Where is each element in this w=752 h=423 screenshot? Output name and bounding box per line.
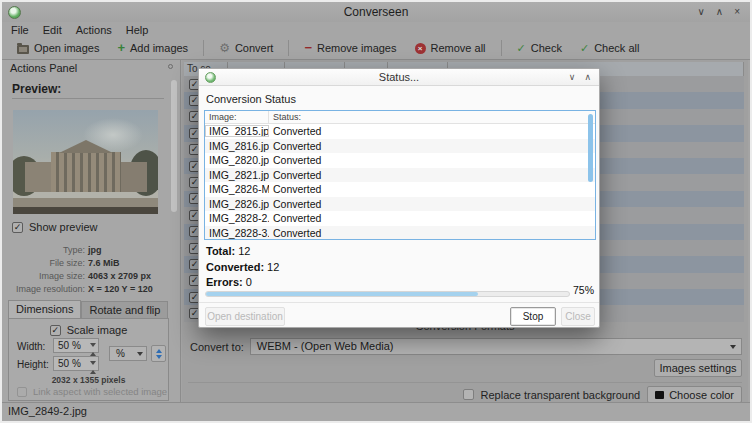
dialog-title: Status... <box>199 71 599 83</box>
dialog-table-scrollbar[interactable] <box>588 114 593 236</box>
remove-images-button[interactable]: − Remove images <box>297 40 403 56</box>
menu-actions[interactable]: Actions <box>76 24 112 36</box>
panel-scrollbar[interactable] <box>171 80 177 380</box>
scale-image-checkbox[interactable]: ✓ Scale image <box>9 324 168 336</box>
status-table-row[interactable]: IMG_2828-3.jpg Converted <box>205 226 595 241</box>
progress-percent: 75% <box>573 284 594 296</box>
conversion-status-table: Image: Status: IMG_2815.jpg Converted IM… <box>204 110 596 240</box>
remove-minus-icon: − <box>304 42 312 54</box>
images-settings-button[interactable]: Images settings <box>654 359 742 377</box>
status-cell: Converted <box>269 125 321 137</box>
height-value: 50 % <box>58 358 81 369</box>
status-table-row[interactable]: IMG_2815.jpg Converted <box>205 124 595 139</box>
check-button[interactable]: ✓ Check <box>510 40 569 56</box>
file-info: Type:jpg File size:7.6 MiB Image size:40… <box>2 244 170 296</box>
info-label: Image resolution: <box>2 283 88 296</box>
maximize-icon[interactable]: ∧ <box>716 2 723 22</box>
height-spinner[interactable]: 50 % <box>53 356 99 371</box>
dialog-maximize-icon[interactable]: ∧ <box>584 69 591 86</box>
swap-dimensions-button[interactable] <box>151 345 166 362</box>
panel-float-icon[interactable] <box>168 64 173 69</box>
status-table-row[interactable]: IMG_2820.jpg Converted <box>205 153 595 168</box>
close-button[interactable]: Close <box>561 307 595 326</box>
status-column-header[interactable]: Status: <box>269 111 301 123</box>
checkbox-checked-icon: ✓ <box>12 222 23 233</box>
status-table-header: Image: Status: <box>205 111 595 124</box>
dialog-minimize-icon[interactable]: ∨ <box>569 69 576 86</box>
add-images-button[interactable]: + Add images <box>110 40 195 56</box>
replace-background-checkbox[interactable] <box>463 389 474 400</box>
check-all-icon: ✓ <box>580 42 589 54</box>
image-column-header[interactable]: Image: <box>205 111 269 123</box>
status-cell: Converted <box>269 169 321 181</box>
status-table-row[interactable]: IMG_2816.jpg Converted <box>205 139 595 154</box>
unit-select[interactable]: % <box>109 346 147 361</box>
image-cell: IMG_2828-2.jpg <box>205 212 269 224</box>
remove-all-button[interactable]: × Remove all <box>408 40 493 56</box>
panel-tabs: Dimensions Rotate and flip <box>8 300 168 319</box>
image-cell: IMG_2826.jpg <box>205 198 269 210</box>
open-images-button[interactable]: Open images <box>10 40 106 56</box>
scaled-pixels-note: 2032 x 1355 pixels <box>9 375 168 385</box>
format-select[interactable]: WEBM - (Open Web Media) <box>250 338 742 355</box>
status-cell: Converted <box>269 227 321 239</box>
status-table-row[interactable]: IMG_2821.jpg Converted <box>205 168 595 183</box>
status-cell: Converted <box>269 183 321 195</box>
divider <box>188 382 742 383</box>
minimize-icon[interactable]: ∨ <box>698 2 705 22</box>
check-all-button[interactable]: ✓ Check all <box>573 40 646 56</box>
converted-label: Converted: <box>206 261 264 273</box>
status-table-row[interactable]: IMG_2826-Mo... Converted <box>205 182 595 197</box>
errors-value: 0 <box>243 276 252 288</box>
format-value: WEBM - (Open Web Media) <box>257 340 394 352</box>
open-folder-icon <box>17 45 29 54</box>
info-value: jpg <box>88 244 102 257</box>
menu-bar: File Edit Actions Help <box>2 22 750 37</box>
status-table-row[interactable]: IMG_2828-2.jpg Converted <box>205 211 595 226</box>
convert-button[interactable]: ⚙ Convert <box>212 40 280 56</box>
dimensions-group: ✓ Scale image Width: 50 % Height: 50 % % <box>8 318 169 401</box>
converseen-window: Converseen ∨ ∧ × File Edit Actions Help … <box>0 0 752 423</box>
menu-help[interactable]: Help <box>126 24 149 36</box>
conversion-status-heading: Conversion Status <box>206 93 296 105</box>
stop-button[interactable]: Stop <box>510 307 556 326</box>
converted-value: 12 <box>264 261 279 273</box>
info-value: 4063 x 2709 px <box>88 270 151 283</box>
toolbar: Open images + Add images ⚙ Convert − Rem… <box>2 37 750 60</box>
image-cell: IMG_2828-3.jpg <box>205 227 269 239</box>
status-cell: Converted <box>269 212 321 224</box>
tab-dimensions[interactable]: Dimensions <box>8 300 81 319</box>
status-cell: Converted <box>269 154 321 166</box>
show-preview-checkbox[interactable]: ✓ Show preview <box>12 221 97 233</box>
remove-images-label: Remove images <box>317 42 396 54</box>
close-icon[interactable]: × <box>734 2 740 22</box>
info-value: 7.6 MiB <box>88 257 120 270</box>
progress-bar-fill <box>206 292 478 296</box>
dialog-title-bar: Status... ∨ ∧ <box>199 69 599 86</box>
preview-image <box>13 110 158 214</box>
width-spinner[interactable]: 50 % <box>53 338 99 353</box>
toolbar-separator <box>501 40 502 56</box>
link-aspect-checkbox[interactable]: Link aspect with selected image <box>17 386 167 397</box>
check-all-label: Check all <box>594 42 639 54</box>
choose-color-label: Choose color <box>669 389 734 401</box>
menu-edit[interactable]: Edit <box>43 24 62 36</box>
status-cell: Converted <box>269 198 321 210</box>
check-label: Check <box>531 42 562 54</box>
checkbox-unchecked-icon <box>17 387 27 397</box>
divider <box>199 302 599 303</box>
status-dialog: Status... ∨ ∧ Conversion Status Image: S… <box>198 68 600 328</box>
total-value: 12 <box>235 245 250 257</box>
height-label: Height: <box>17 359 49 370</box>
remove-all-label: Remove all <box>431 42 486 54</box>
open-destination-button[interactable]: Open destination <box>205 307 285 326</box>
tab-rotate-and-flip[interactable]: Rotate and flip <box>81 301 168 319</box>
menu-file[interactable]: File <box>11 24 29 36</box>
check-icon: ✓ <box>517 42 526 54</box>
actions-panel: Actions Panel Preview: ✓ Show preview Ty… <box>2 60 181 402</box>
info-label: File size: <box>2 257 88 270</box>
status-table-row[interactable]: IMG_2826.jpg Converted <box>205 197 595 212</box>
choose-color-button[interactable]: Choose color <box>647 386 742 403</box>
width-label: Width: <box>17 341 45 352</box>
status-bar: IMG_2849-2.jpg <box>2 402 750 421</box>
